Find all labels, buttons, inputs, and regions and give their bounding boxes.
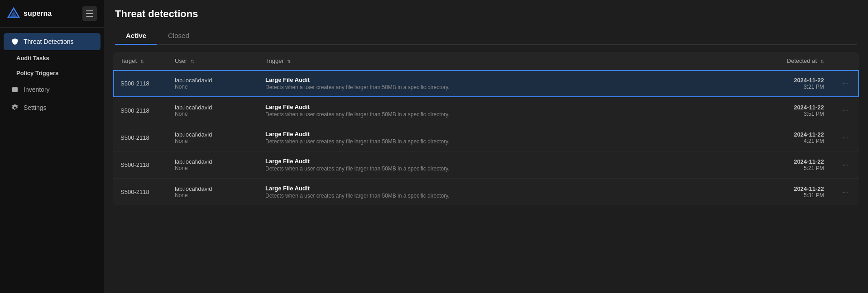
menu-line-1	[86, 10, 93, 11]
page-title: Threat detections	[115, 8, 857, 20]
cell-trigger-3: Large File Audit Detects when a user cre…	[258, 151, 759, 179]
cell-trigger-2: Large File Audit Detects when a user cre…	[258, 124, 759, 151]
col-label-target: Target	[120, 57, 137, 64]
cell-user-1: lab.local\david None	[168, 97, 258, 124]
cell-actions-3: ···	[831, 151, 859, 179]
user-name-1: lab.local\david	[175, 104, 251, 111]
trigger-name-3: Large File Audit	[265, 158, 752, 165]
user-sub-2: None	[175, 138, 251, 144]
sidebar-item-settings[interactable]: Settings	[4, 99, 101, 116]
cell-trigger-4: Large File Audit Detects when a user cre…	[258, 179, 759, 206]
gear-icon	[11, 104, 19, 112]
threat-detections-table: Target ⇅ User ⇅ Trigger ⇅ Detected at	[113, 52, 859, 205]
user-name-4: lab.local\david	[175, 185, 251, 192]
detected-date-4: 2024-11-22	[766, 185, 824, 192]
trigger-desc-3: Detects when a user creates any file lar…	[265, 165, 752, 172]
main-content: Threat detections Active Closed Target ⇅	[104, 0, 868, 293]
cell-actions-0: ···	[831, 70, 859, 97]
menu-line-3	[86, 16, 93, 17]
col-header-user[interactable]: User ⇅	[168, 52, 258, 70]
col-header-trigger[interactable]: Trigger ⇅	[258, 52, 759, 70]
cell-target-4: S500-2118	[113, 179, 168, 206]
trigger-desc-0: Detects when a user creates any file lar…	[265, 84, 752, 90]
detected-date-2: 2024-11-22	[766, 131, 824, 138]
detected-time-1: 3:51 PM	[766, 111, 824, 117]
cell-detected-0: 2024-11-22 3:21 PM	[759, 70, 831, 97]
trigger-desc-1: Detects when a user creates any file lar…	[265, 111, 752, 118]
trigger-name-1: Large File Audit	[265, 104, 752, 110]
col-header-target[interactable]: Target ⇅	[113, 52, 168, 70]
more-actions-button-2[interactable]: ···	[839, 132, 852, 144]
cell-detected-1: 2024-11-22 3:51 PM	[759, 97, 831, 124]
more-actions-button-1[interactable]: ···	[839, 105, 852, 117]
table-row[interactable]: S500-2118 lab.local\david None Large Fil…	[113, 97, 859, 124]
trigger-name-2: Large File Audit	[265, 131, 752, 137]
cell-detected-4: 2024-11-22 5:31 PM	[759, 179, 831, 206]
logo-area: superna	[7, 7, 52, 20]
database-icon	[11, 85, 19, 94]
table-row[interactable]: S500-2118 lab.local\david None Large Fil…	[113, 179, 859, 206]
col-header-actions	[831, 52, 859, 70]
main-header: Threat detections Active Closed	[104, 0, 868, 45]
menu-toggle-button[interactable]	[82, 6, 97, 21]
sidebar-item-label-policy-triggers: Policy Triggers	[16, 70, 58, 76]
detected-time-2: 4:21 PM	[766, 138, 824, 144]
cell-target-3: S500-2118	[113, 151, 168, 179]
sort-icon-detected-at: ⇅	[820, 59, 824, 64]
user-sub-3: None	[175, 165, 251, 171]
cell-target-0: S500-2118	[113, 70, 168, 97]
detected-time-4: 5:31 PM	[766, 192, 824, 198]
user-sub-1: None	[175, 111, 251, 117]
user-name-0: lab.local\david	[175, 77, 251, 84]
col-label-detected-at: Detected at	[787, 57, 817, 64]
cell-actions-4: ···	[831, 179, 859, 206]
tab-closed[interactable]: Closed	[157, 27, 200, 45]
table-wrapper: Target ⇅ User ⇅ Trigger ⇅ Detected at	[113, 52, 859, 205]
sort-icon-user: ⇅	[191, 59, 194, 64]
sidebar-item-label-threat-detections: Threat Detections	[24, 38, 74, 45]
sidebar-item-policy-triggers[interactable]: Policy Triggers	[11, 66, 101, 80]
sidebar-item-label-audit-tasks: Audit Tasks	[16, 55, 49, 61]
cell-user-3: lab.local\david None	[168, 151, 258, 179]
tab-active-label: Active	[126, 32, 146, 39]
user-sub-4: None	[175, 192, 251, 198]
cell-user-4: lab.local\david None	[168, 179, 258, 206]
sidebar-item-label-inventory: Inventory	[24, 86, 50, 93]
cell-trigger-1: Large File Audit Detects when a user cre…	[258, 97, 759, 124]
trigger-name-4: Large File Audit	[265, 185, 752, 192]
more-actions-button-3[interactable]: ···	[839, 159, 852, 171]
table-header-row: Target ⇅ User ⇅ Trigger ⇅ Detected at	[113, 52, 859, 70]
shield-icon	[11, 38, 19, 46]
cell-actions-2: ···	[831, 124, 859, 151]
app-name: superna	[24, 9, 52, 18]
tab-active[interactable]: Active	[115, 27, 157, 45]
user-name-3: lab.local\david	[175, 158, 251, 165]
table-row[interactable]: S500-2118 lab.local\david None Large Fil…	[113, 124, 859, 151]
col-label-user: User	[175, 57, 187, 64]
table-row[interactable]: S500-2118 lab.local\david None Large Fil…	[113, 70, 859, 97]
detected-date-1: 2024-11-22	[766, 104, 824, 111]
cell-user-0: lab.local\david None	[168, 70, 258, 97]
sidebar-navigation: Threat Detections Audit Tasks Policy Tri…	[0, 28, 104, 122]
col-header-detected-at[interactable]: Detected at ⇅	[759, 52, 831, 70]
sidebar: superna Threat Detections Audit Tasks Po…	[0, 0, 104, 293]
cell-trigger-0: Large File Audit Detects when a user cre…	[258, 70, 759, 97]
sidebar-item-audit-tasks[interactable]: Audit Tasks	[11, 51, 101, 65]
cell-target-1: S500-2118	[113, 97, 168, 124]
superna-logo	[7, 7, 20, 20]
more-actions-button-4[interactable]: ···	[839, 186, 852, 198]
trigger-desc-4: Detects when a user creates any file lar…	[265, 193, 752, 199]
more-actions-button-0[interactable]: ···	[839, 78, 852, 90]
col-label-trigger: Trigger	[265, 57, 284, 64]
sidebar-item-threat-detections[interactable]: Threat Detections	[4, 33, 101, 50]
trigger-desc-2: Detects when a user creates any file lar…	[265, 138, 752, 145]
table-row[interactable]: S500-2118 lab.local\david None Large Fil…	[113, 151, 859, 179]
detected-time-3: 5:21 PM	[766, 165, 824, 171]
cell-user-2: lab.local\david None	[168, 124, 258, 151]
sidebar-item-inventory[interactable]: Inventory	[4, 81, 101, 98]
tab-closed-label: Closed	[168, 32, 189, 39]
sort-icon-target: ⇅	[140, 59, 144, 64]
user-sub-0: None	[175, 84, 251, 90]
user-name-2: lab.local\david	[175, 131, 251, 138]
detected-date-3: 2024-11-22	[766, 158, 824, 165]
